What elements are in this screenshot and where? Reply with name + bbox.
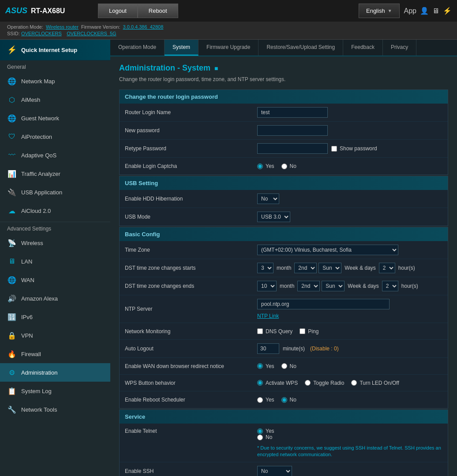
dst-start-hour-select[interactable]: 2: [379, 263, 395, 273]
retype-password-input[interactable]: [257, 143, 328, 154]
captcha-yes-radio[interactable]: [257, 164, 263, 169]
dst-start-week-select[interactable]: 2nd: [294, 263, 317, 273]
monitor-icon[interactable]: 🖥: [432, 7, 439, 15]
auto-logout-control: minute(s) (Disable : 0): [257, 343, 442, 354]
ssid1-value[interactable]: OVERCLOCKERS: [21, 31, 62, 36]
sidebar-item-system-log[interactable]: 📋 System Log: [0, 382, 110, 400]
reboot-button[interactable]: Reboot: [138, 4, 178, 18]
sidebar-item-wan[interactable]: 🌐 WAN: [0, 271, 110, 289]
ping-checkbox[interactable]: [300, 328, 305, 334]
sidebar-item-aimesh[interactable]: ⬡ AiMesh: [0, 90, 110, 109]
wan-redirect-yes-radio[interactable]: [257, 363, 263, 369]
sidebar-item-usb-application[interactable]: 🔌 USB Application: [0, 183, 110, 201]
language-button[interactable]: English ▼: [359, 4, 400, 18]
auto-logout-disable-hint: (Disable : 0): [310, 346, 339, 352]
dst-end-hour-select[interactable]: 2: [382, 281, 398, 291]
usb-application-icon: 🔌: [7, 187, 17, 197]
wan-redirect-no-radio[interactable]: [281, 363, 287, 369]
sidebar-item-wireless[interactable]: 📡 Wireless: [0, 234, 110, 252]
logout-button[interactable]: Logout: [98, 4, 138, 18]
aiprotection-icon: 🛡: [7, 132, 17, 141]
sidebar-item-administration[interactable]: ⚙ Administration: [0, 363, 110, 382]
ssid2-value[interactable]: OVERCLOCKERS_5G: [67, 31, 116, 36]
sidebar-item-lan[interactable]: 🖥 LAN: [0, 252, 110, 271]
op-mode-value[interactable]: Wireless router: [46, 24, 79, 30]
firewall-icon: 🔥: [7, 349, 17, 359]
enable-ssh-select[interactable]: No Yes LAN only: [257, 466, 292, 476]
telnet-no-radio[interactable]: [257, 435, 263, 440]
reboot-yes-label[interactable]: Yes: [257, 397, 274, 403]
wps-toggle-label[interactable]: Toggle Radio: [305, 380, 344, 386]
sidebar-item-adaptive-qos[interactable]: 〰 Adaptive QoS: [0, 146, 110, 164]
timezone-label: Time Zone: [125, 247, 257, 253]
dns-query-checkbox[interactable]: [257, 328, 263, 334]
sidebar-item-aicloud[interactable]: ☁ AiCloud 2.0: [0, 201, 110, 220]
ping-label[interactable]: Ping: [300, 328, 318, 335]
dns-query-label[interactable]: DNS Query: [257, 328, 292, 335]
network-monitoring-control: DNS Query Ping: [257, 328, 442, 335]
tab-privacy[interactable]: Privacy: [383, 40, 416, 56]
reboot-no-radio[interactable]: [281, 397, 287, 403]
wps-activate-label[interactable]: Activate WPS: [257, 380, 298, 386]
captcha-yes-label[interactable]: Yes: [257, 163, 274, 169]
user-icon[interactable]: 👤: [420, 7, 429, 15]
dst-start-month-select[interactable]: 3: [257, 263, 273, 273]
service-body: Enable Telnet Yes No: [120, 424, 448, 476]
tab-operation-mode[interactable]: Operation Mode: [110, 40, 165, 56]
wps-led-radio[interactable]: [351, 380, 357, 386]
sidebar-item-label: AiMesh: [21, 97, 40, 103]
show-password-checkbox[interactable]: [331, 146, 337, 152]
auto-logout-input[interactable]: [257, 343, 279, 354]
sidebar-item-aiprotection[interactable]: 🛡 AiProtection: [0, 127, 110, 146]
reboot-no-label[interactable]: No: [281, 397, 296, 403]
sidebar-item-vpn[interactable]: 🔒 VPN: [0, 326, 110, 345]
timezone-select[interactable]: (GMT+02:00) Vilnius, Bucharest, Sofia: [257, 245, 398, 255]
wan-redirect-yes-label[interactable]: Yes: [257, 363, 274, 369]
sidebar-item-firewall[interactable]: 🔥 Firewall: [0, 345, 110, 363]
tab-system[interactable]: System: [165, 40, 199, 56]
wan-redirect-no-label[interactable]: No: [281, 363, 296, 369]
sidebar-item-label: USB Application: [21, 189, 62, 196]
tab-restore-save[interactable]: Restore/Save/Upload Setting: [258, 40, 343, 56]
telnet-no-label[interactable]: No: [257, 434, 274, 440]
sidebar-item-network-map[interactable]: 🌐 Network Map: [0, 72, 110, 90]
ntp-server-input[interactable]: [257, 299, 390, 309]
router-login-name-input[interactable]: [257, 107, 328, 118]
app-label[interactable]: App: [404, 7, 416, 15]
hdd-hibernation-control: No Yes: [257, 193, 442, 204]
dst-end-week-select[interactable]: 2nd: [297, 281, 320, 291]
wps-toggle-radio[interactable]: [305, 380, 311, 386]
reboot-yes-radio[interactable]: [257, 397, 263, 403]
tab-firmware-upgrade[interactable]: Firmware Upgrade: [199, 40, 258, 56]
telnet-yes-radio[interactable]: [257, 428, 263, 434]
ntp-link[interactable]: NTP Link: [257, 313, 279, 319]
tab-feedback[interactable]: Feedback: [343, 40, 383, 56]
sidebar-qis[interactable]: ⚡ Quick Internet Setup: [0, 40, 110, 60]
sidebar-item-ipv6[interactable]: 🔢 IPv6: [0, 308, 110, 326]
wps-activate-radio[interactable]: [257, 380, 263, 386]
captcha-no-radio[interactable]: [281, 164, 287, 169]
firmware-value[interactable]: 3.0.0.4.386_42808: [123, 24, 164, 30]
captcha-no-label[interactable]: No: [281, 163, 296, 169]
sidebar-item-label: Traffic Analyzer: [21, 171, 60, 177]
sidebar-item-amazon-alexa[interactable]: 🔊 Amazon Alexa: [0, 289, 110, 308]
dst-start-label: DST time zone changes starts: [125, 265, 257, 271]
sidebar-item-traffic-analyzer[interactable]: 📊 Traffic Analyzer: [0, 164, 110, 183]
logo-area: ASUS RT-AX68U: [5, 6, 94, 15]
dst-end-day-select[interactable]: Sun: [322, 281, 345, 291]
dst-end-month-select[interactable]: 10: [257, 281, 277, 291]
wps-led-label[interactable]: Turn LED On/Off: [351, 380, 399, 386]
dst-start-day-select[interactable]: Sun: [318, 263, 341, 273]
wan-redirect-label: Enable WAN down browser redirect notice: [125, 363, 257, 369]
sidebar-item-guest-network[interactable]: 🌐 Guest Network: [0, 109, 110, 127]
new-password-input[interactable]: [257, 125, 328, 136]
telnet-yes-label[interactable]: Yes: [257, 428, 274, 434]
page-title: Administration - System ■: [119, 63, 448, 73]
sidebar-item-network-tools[interactable]: 🔧 Network Tools: [0, 400, 110, 419]
usb-icon[interactable]: ⚡: [443, 7, 452, 15]
hdd-hibernation-select[interactable]: No Yes: [257, 193, 279, 204]
sidebar-item-label: Administration: [21, 369, 57, 376]
wan-redirect-control: Yes No: [257, 363, 442, 369]
show-password-label[interactable]: Show password: [331, 145, 377, 152]
usb-mode-select[interactable]: USB 3.0 USB 2.0: [257, 212, 290, 222]
